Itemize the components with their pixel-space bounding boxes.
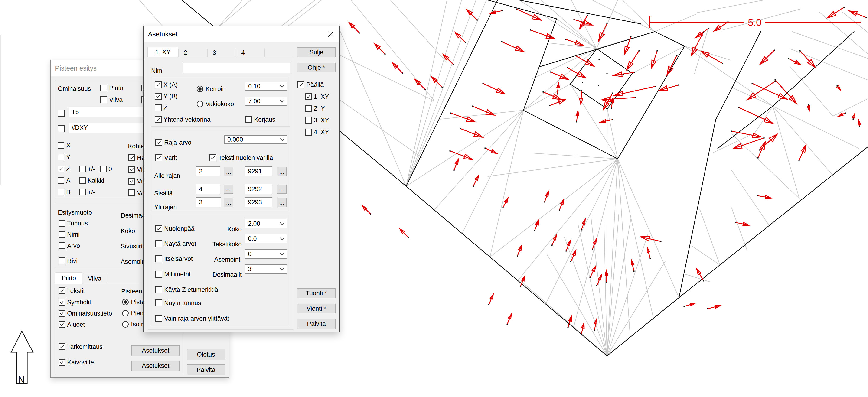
svg-text:5.0: 5.0	[748, 17, 762, 28]
svg-text:N: N	[18, 375, 24, 385]
